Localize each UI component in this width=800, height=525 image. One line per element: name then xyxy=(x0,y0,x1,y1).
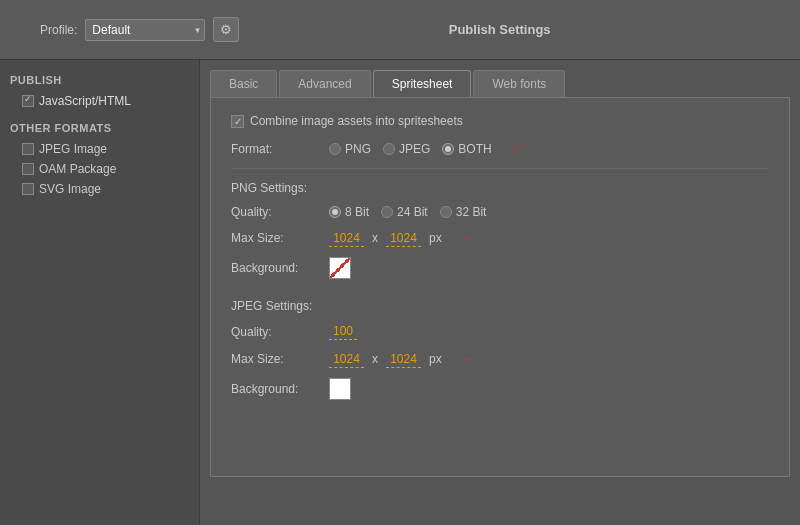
png-24bit-radio[interactable] xyxy=(381,206,393,218)
png-x-separator: x xyxy=(372,231,378,245)
png-32bit-label: 32 Bit xyxy=(456,205,487,219)
png-bg-row: Background: xyxy=(231,257,769,279)
png-quality-label: Quality: xyxy=(231,205,321,219)
spritesheet-panel: ✓ Combine image assets into spritesheets… xyxy=(210,97,790,477)
sidebar: PUBLISH JavaScript/HTML OTHER FORMATS JP… xyxy=(0,60,200,525)
png-quality-8bit[interactable]: 8 Bit xyxy=(329,205,369,219)
format-radio-group: PNG JPEG BOTH xyxy=(329,142,492,156)
format-jpeg-label: JPEG xyxy=(399,142,430,156)
png-max-size-width[interactable]: 1024 xyxy=(329,230,364,247)
jpeg-checkbox[interactable] xyxy=(22,143,34,155)
format-both-option[interactable]: BOTH xyxy=(442,142,491,156)
profile-row: Profile: Default ⚙ xyxy=(40,17,239,42)
sidebar-item-javascript-html[interactable]: JavaScript/HTML xyxy=(10,92,189,110)
format-both-label: BOTH xyxy=(458,142,491,156)
format-both-radio[interactable] xyxy=(442,143,454,155)
jpeg-settings-heading: JPEG Settings: xyxy=(231,299,769,313)
sidebar-item-svg[interactable]: SVG Image xyxy=(10,180,189,198)
top-bar: Profile: Default ⚙ Publish Settings xyxy=(0,0,800,60)
png-32bit-radio[interactable] xyxy=(440,206,452,218)
jpeg-quality-label: Quality: xyxy=(231,325,321,339)
format-jpeg-radio[interactable] xyxy=(383,143,395,155)
png-max-size-height[interactable]: 1024 xyxy=(386,230,421,247)
profile-select[interactable]: Default xyxy=(85,19,205,41)
jpeg-label: JPEG Image xyxy=(39,142,107,156)
tabs-bar: Basic Advanced Spritesheet Web fonts xyxy=(200,60,800,97)
jpeg-bg-label: Background: xyxy=(231,382,321,396)
svg-checkbox[interactable] xyxy=(22,183,34,195)
jpeg-x-separator: x xyxy=(372,352,378,366)
png-size-arrow: ← xyxy=(460,229,476,247)
png-max-size-label: Max Size: xyxy=(231,231,321,245)
jpeg-bg-swatch[interactable] xyxy=(329,378,351,400)
jpeg-px-unit: px xyxy=(429,352,442,366)
tab-basic[interactable]: Basic xyxy=(210,70,277,97)
jpeg-quality-row: Quality: 100 xyxy=(231,323,769,340)
jpeg-bg-row: Background: xyxy=(231,378,769,400)
jpeg-quality-value[interactable]: 100 xyxy=(329,323,357,340)
gear-button[interactable]: ⚙ xyxy=(213,17,239,42)
javascript-html-checkbox[interactable] xyxy=(22,95,34,107)
png-settings-heading: PNG Settings: xyxy=(231,181,769,195)
other-formats-section: OTHER FORMATS JPEG Image OAM Package SVG… xyxy=(10,122,189,198)
png-quality-24bit[interactable]: 24 Bit xyxy=(381,205,428,219)
javascript-html-label: JavaScript/HTML xyxy=(39,94,131,108)
tab-advanced[interactable]: Advanced xyxy=(279,70,370,97)
svg-label: SVG Image xyxy=(39,182,101,196)
png-quality-group: 8 Bit 24 Bit 32 Bit xyxy=(329,205,486,219)
sidebar-item-jpeg[interactable]: JPEG Image xyxy=(10,140,189,158)
combine-checkbox-row[interactable]: ✓ Combine image assets into spritesheets xyxy=(231,114,769,128)
png-settings-section: PNG Settings: Quality: 8 Bit 24 Bit xyxy=(231,181,769,279)
content-area: Basic Advanced Spritesheet Web fonts ✓ C… xyxy=(200,60,800,525)
format-png-label: PNG xyxy=(345,142,371,156)
jpeg-max-size-label: Max Size: xyxy=(231,352,321,366)
png-24bit-label: 24 Bit xyxy=(397,205,428,219)
format-arrow: ← xyxy=(510,140,526,158)
publish-section-title: PUBLISH xyxy=(10,74,189,86)
png-8bit-label: 8 Bit xyxy=(345,205,369,219)
main-layout: PUBLISH JavaScript/HTML OTHER FORMATS JP… xyxy=(0,60,800,525)
jpeg-max-size-width[interactable]: 1024 xyxy=(329,351,364,368)
tab-spritesheet[interactable]: Spritesheet xyxy=(373,70,472,97)
png-max-size-row: Max Size: 1024 x 1024 px ← xyxy=(231,229,769,247)
oam-checkbox[interactable] xyxy=(22,163,34,175)
png-px-unit: px xyxy=(429,231,442,245)
jpeg-max-size-height[interactable]: 1024 xyxy=(386,351,421,368)
png-8bit-radio[interactable] xyxy=(329,206,341,218)
format-row: Format: PNG JPEG BOTH ← xyxy=(231,140,769,158)
jpeg-size-arrow: ← xyxy=(460,350,476,368)
combine-checkbox[interactable]: ✓ xyxy=(231,115,244,128)
profile-select-wrapper[interactable]: Default xyxy=(85,19,205,41)
format-jpeg-option[interactable]: JPEG xyxy=(383,142,430,156)
png-quality-row: Quality: 8 Bit 24 Bit 32 Bit xyxy=(231,205,769,219)
oam-label: OAM Package xyxy=(39,162,116,176)
divider-1 xyxy=(231,168,769,169)
sidebar-item-oam[interactable]: OAM Package xyxy=(10,160,189,178)
window-title: Publish Settings xyxy=(239,22,760,37)
png-bg-swatch[interactable] xyxy=(329,257,351,279)
combine-label: Combine image assets into spritesheets xyxy=(250,114,463,128)
png-quality-32bit[interactable]: 32 Bit xyxy=(440,205,487,219)
jpeg-max-size-row: Max Size: 1024 x 1024 px ← xyxy=(231,350,769,368)
format-label: Format: xyxy=(231,142,321,156)
jpeg-settings-section: JPEG Settings: Quality: 100 Max Size: 10… xyxy=(231,299,769,400)
format-png-option[interactable]: PNG xyxy=(329,142,371,156)
format-png-radio[interactable] xyxy=(329,143,341,155)
profile-label: Profile: xyxy=(40,23,77,37)
png-bg-label: Background: xyxy=(231,261,321,275)
other-formats-title: OTHER FORMATS xyxy=(10,122,189,134)
tab-webfonts[interactable]: Web fonts xyxy=(473,70,565,97)
